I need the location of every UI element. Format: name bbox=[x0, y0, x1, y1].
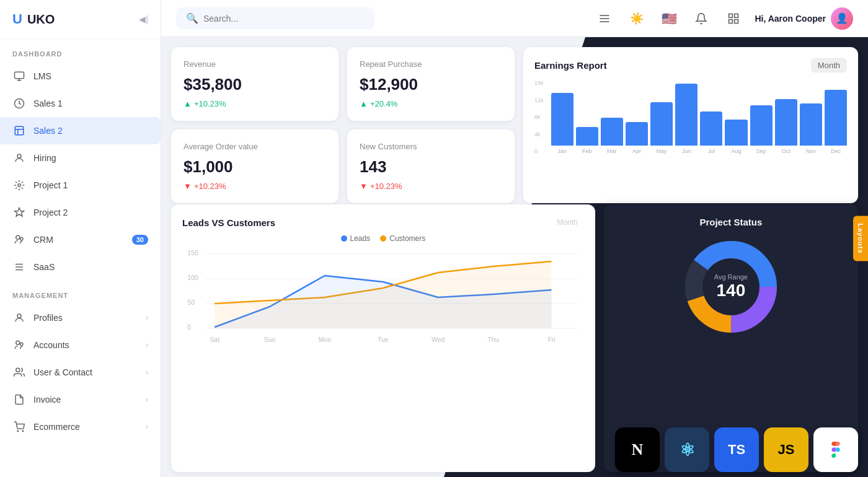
bar-month-label: May bbox=[657, 148, 667, 154]
new-customers-label: New Customers bbox=[360, 142, 502, 151]
bar-month-label: Jul bbox=[708, 148, 715, 154]
profiles-icon bbox=[12, 311, 26, 325]
svg-text:150: 150 bbox=[187, 250, 198, 256]
svg-point-7 bbox=[17, 154, 21, 158]
invoice-icon bbox=[12, 393, 26, 406]
bar bbox=[650, 102, 673, 146]
bar-wrap: Dec bbox=[825, 80, 847, 154]
sidebar-item-invoice[interactable]: Invoice › bbox=[0, 386, 161, 413]
mini-cards-column-2: Repeat Purchase $12,900 ▲ +20.4% New Cus… bbox=[347, 47, 515, 203]
theme-toggle-button[interactable]: ☀️ bbox=[626, 7, 648, 30]
sidebar-item-project2[interactable]: Project 2 bbox=[0, 199, 161, 226]
sidebar-item-sales1[interactable]: Sales 1 bbox=[0, 90, 161, 117]
leads-line-chart: 150 100 50 0 Sat Sun Mon Tue Wed Thu bbox=[182, 248, 584, 347]
bar-month-label: Apr bbox=[632, 148, 641, 154]
bar-wrap: Nov bbox=[800, 80, 822, 154]
mini-cards-column: Revenue $35,800 ▲ +10.23% Average Order … bbox=[171, 47, 339, 203]
bar-month-label: Aug bbox=[731, 148, 741, 154]
apps-grid-button[interactable] bbox=[722, 7, 745, 30]
sidebar-item-saas[interactable]: SaaS bbox=[0, 253, 161, 281]
sidebar-item-label: Ecommerce bbox=[33, 422, 80, 432]
sidebar-item-accounts[interactable]: Accounts › bbox=[0, 331, 161, 359]
avg-order-change: ▼ +10.23% bbox=[184, 182, 326, 191]
language-flag-button[interactable]: 🇺🇸 bbox=[658, 7, 680, 30]
bar-month-label: Jun bbox=[682, 148, 691, 154]
sidebar-item-hiring[interactable]: Hiring bbox=[0, 144, 161, 172]
earnings-header: Earnings Report Month bbox=[534, 58, 847, 72]
search-box[interactable]: 🔍 bbox=[176, 7, 374, 29]
notification-button[interactable] bbox=[690, 7, 712, 30]
y-axis-labels: 15k 11k 8k 4k 0 bbox=[534, 80, 547, 154]
leads-month-selector[interactable]: Month bbox=[551, 216, 583, 229]
bar bbox=[825, 90, 847, 146]
bar bbox=[675, 84, 698, 146]
up-arrow-icon: ▲ bbox=[360, 99, 368, 108]
project-status-title: Project Status bbox=[699, 217, 762, 227]
sidebar-item-label: Accounts bbox=[33, 340, 69, 350]
sidebar-item-ecommerce[interactable]: Ecommerce › bbox=[0, 413, 161, 440]
earnings-month-selector[interactable]: Month bbox=[811, 58, 847, 72]
sidebar: U UKO ◀| DASHBOARD LMS Sales 1 Sales 2 H… bbox=[0, 0, 161, 477]
repeat-purchase-label: Repeat Purchase bbox=[360, 59, 502, 69]
new-customers-change-text: +10.23% bbox=[370, 182, 402, 191]
menu-icon-button[interactable] bbox=[593, 7, 616, 30]
bar-month-label: Dec bbox=[831, 148, 841, 154]
y-label: 8k bbox=[534, 114, 544, 120]
saas-icon bbox=[12, 260, 26, 274]
header: 🔍 ☀️ 🇺🇸 Hi, Aaron Cooper 👤 bbox=[161, 0, 868, 37]
logo-u: U bbox=[12, 11, 22, 27]
customers-legend-item: Customers bbox=[380, 234, 425, 243]
sidebar-item-lms[interactable]: LMS bbox=[0, 63, 161, 90]
nextjs-icon: N bbox=[615, 427, 660, 472]
bar-wrap: Jan bbox=[551, 80, 574, 154]
user-info[interactable]: Hi, Aaron Cooper 👤 bbox=[755, 7, 853, 30]
layouts-tab[interactable]: Layouts bbox=[853, 216, 868, 261]
sidebar-item-profiles[interactable]: Profiles › bbox=[0, 304, 161, 331]
svg-text:100: 100 bbox=[187, 274, 198, 281]
bar-month-label: Sep bbox=[756, 148, 766, 154]
down-arrow-icon: ▼ bbox=[360, 182, 368, 191]
sidebar-item-sales2[interactable]: Sales 2 bbox=[0, 117, 161, 144]
bar bbox=[775, 99, 797, 146]
svg-point-10 bbox=[20, 237, 24, 240]
svg-text:Tue: Tue bbox=[378, 336, 389, 343]
bar-wrap: Oct bbox=[775, 80, 797, 154]
svg-point-14 bbox=[16, 368, 20, 372]
lms-icon bbox=[12, 69, 26, 83]
revenue-value: $35,800 bbox=[184, 75, 326, 94]
sidebar-item-user-contact[interactable]: User & Contact › bbox=[0, 359, 161, 386]
revenue-change: ▲ +10.23% bbox=[184, 99, 326, 108]
sales1-icon bbox=[12, 97, 26, 110]
logo-text: UKO bbox=[27, 12, 55, 27]
project2-icon bbox=[12, 206, 26, 219]
down-arrow-icon: ▼ bbox=[184, 182, 192, 191]
leads-legend-label: Leads bbox=[350, 234, 371, 243]
crm-icon bbox=[12, 233, 26, 247]
svg-rect-20 bbox=[729, 14, 733, 17]
bar bbox=[750, 105, 773, 146]
bar bbox=[601, 118, 623, 146]
svg-point-15 bbox=[17, 431, 19, 432]
search-input[interactable] bbox=[203, 14, 365, 24]
svg-text:0: 0 bbox=[187, 324, 191, 331]
sidebar-item-crm[interactable]: CRM 30 bbox=[0, 226, 161, 253]
sidebar-item-label: Invoice bbox=[33, 395, 61, 405]
collapse-button[interactable]: ◀| bbox=[139, 14, 148, 24]
bar-wrap: Jul bbox=[700, 80, 722, 154]
bar-wrap: Apr bbox=[626, 80, 648, 154]
y-label: 11k bbox=[534, 97, 544, 103]
y-label: 15k bbox=[534, 80, 544, 86]
chevron-right-icon: › bbox=[146, 313, 148, 322]
leads-dot bbox=[341, 235, 347, 242]
svg-text:Fri: Fri bbox=[547, 336, 555, 343]
bar bbox=[700, 112, 722, 146]
figma-icon bbox=[813, 427, 858, 472]
donut-chart: Avg Range 140 bbox=[681, 237, 781, 336]
sidebar-item-project1[interactable]: Project 1 bbox=[0, 172, 161, 199]
svg-point-11 bbox=[17, 314, 21, 318]
chevron-right-icon: › bbox=[146, 341, 148, 349]
bar-wrap: Sep bbox=[750, 80, 773, 154]
typescript-icon: TS bbox=[714, 427, 759, 472]
bar bbox=[800, 103, 822, 146]
sidebar-item-label: Profiles bbox=[33, 313, 63, 323]
